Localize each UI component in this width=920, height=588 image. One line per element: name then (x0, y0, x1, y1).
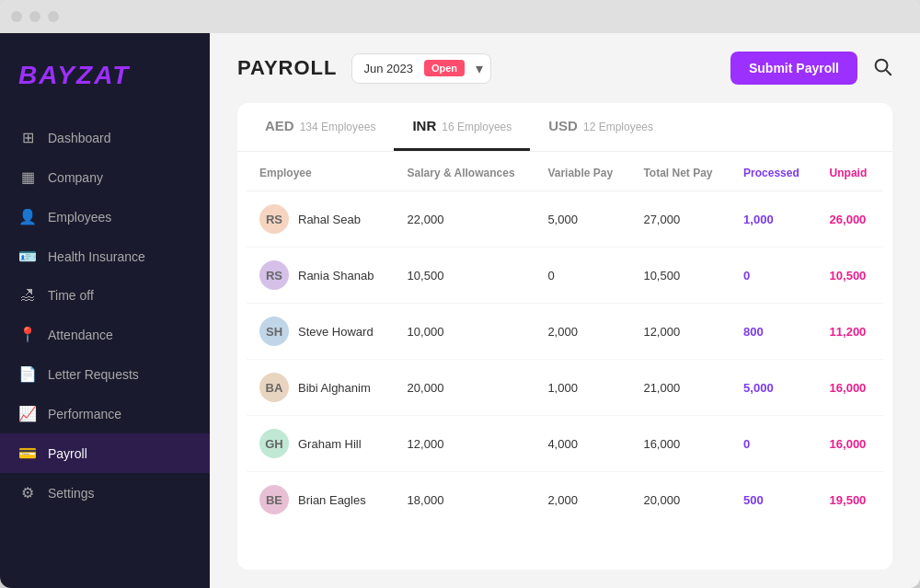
unpaid-cell: 11,200 (817, 304, 883, 360)
status-badge: Open (424, 60, 465, 76)
salary-cell: 22,000 (395, 191, 535, 248)
processed-cell: 0 (730, 248, 816, 304)
topbar-left: PAYROLL Jun 2023 Open ▾ (237, 53, 491, 84)
page-title: PAYROLL (237, 56, 337, 80)
sidebar-item-label: Attendance (48, 328, 113, 342)
variable-cell: 0 (535, 248, 630, 304)
sidebar-item-health-insurance[interactable]: 🪪 Health Insurance (0, 236, 210, 276)
variable-cell: 5,000 (535, 191, 630, 248)
chevron-down-icon[interactable]: ▾ (468, 54, 490, 83)
col-variable: Variable Pay (535, 152, 630, 191)
table-row[interactable]: RS Rania Shanab 10,500 0 10,500 0 10,500 (247, 248, 883, 304)
sidebar-item-letter-requests[interactable]: 📄 Letter Requests (0, 354, 210, 394)
tab-usd-count: 12 Employees (583, 121, 653, 133)
avatar: RS (259, 260, 289, 290)
payroll-icon: 💳 (18, 444, 37, 462)
tab-inr-count: 16 Employees (442, 121, 512, 133)
sidebar-item-label: Company (48, 170, 103, 185)
processed-cell: 5,000 (730, 360, 816, 416)
unpaid-cell: 16,000 (817, 416, 883, 472)
table-row[interactable]: GH Graham Hill 12,000 4,000 16,000 0 16,… (247, 416, 883, 472)
employee-cell: BA Bibi Alghanim (247, 360, 395, 416)
avatar: GH (259, 429, 289, 458)
avatar: BA (259, 373, 289, 402)
period-label: Jun 2023 (352, 56, 424, 81)
tab-inr[interactable]: INR 16 Employees (394, 103, 530, 151)
employee-cell: BE Brian Eagles (247, 472, 395, 528)
tab-aed-count: 134 Employees (300, 121, 376, 133)
app-window: BAYZAT ⊞ Dashboard ▦ Company 👤 Employees… (0, 0, 920, 588)
salary-cell: 20,000 (395, 360, 535, 416)
period-selector[interactable]: Jun 2023 Open ▾ (351, 53, 491, 84)
svg-line-1 (886, 70, 891, 75)
submit-payroll-button[interactable]: Submit Payroll (730, 52, 857, 85)
employee-cell: GH Graham Hill (247, 416, 395, 472)
sidebar-item-payroll[interactable]: 💳 Payroll (0, 433, 210, 473)
settings-icon: ⚙ (18, 484, 37, 502)
employee-cell: RS Rahal Seab (247, 191, 395, 248)
sidebar-item-dashboard[interactable]: ⊞ Dashboard (0, 118, 210, 157)
total-cell: 12,000 (630, 304, 730, 360)
app-body: BAYZAT ⊞ Dashboard ▦ Company 👤 Employees… (0, 33, 920, 588)
sidebar-item-label: Letter Requests (48, 367, 139, 382)
unpaid-cell: 26,000 (817, 191, 883, 248)
variable-cell: 2,000 (535, 472, 630, 528)
payroll-table: Employee Salary & Allowances Variable Pa… (247, 152, 883, 527)
traffic-light-maximize[interactable] (48, 11, 59, 22)
unpaid-cell: 19,500 (817, 472, 883, 528)
sidebar-item-label: Performance (48, 407, 121, 421)
tab-usd[interactable]: USD 12 Employees (530, 103, 672, 151)
logo-text: BAYZAT (18, 61, 130, 89)
sidebar-item-company[interactable]: ▦ Company (0, 157, 210, 197)
topbar-right: Submit Payroll (730, 52, 892, 85)
sidebar-item-performance[interactable]: 📈 Performance (0, 394, 210, 433)
table-row[interactable]: BA Bibi Alghanim 20,000 1,000 21,000 5,0… (247, 360, 883, 416)
title-bar (0, 0, 920, 33)
attendance-icon: 📍 (18, 326, 37, 343)
sidebar-item-employees[interactable]: 👤 Employees (0, 197, 210, 236)
processed-cell: 0 (730, 416, 816, 472)
sidebar-item-label: Time off (48, 288, 94, 303)
table-container: Employee Salary & Allowances Variable Pa… (237, 152, 892, 570)
variable-cell: 2,000 (535, 304, 630, 360)
processed-cell: 500 (730, 472, 816, 528)
col-total: Total Net Pay (630, 152, 730, 191)
table-row[interactable]: RS Rahal Seab 22,000 5,000 27,000 1,000 … (247, 191, 883, 248)
sidebar-item-settings[interactable]: ⚙ Settings (0, 473, 210, 513)
currency-tabs: AED 134 Employees INR 16 Employees USD 1… (237, 103, 892, 152)
avatar: BE (259, 485, 289, 514)
table-row[interactable]: BE Brian Eagles 18,000 2,000 20,000 500 … (247, 472, 883, 528)
employee-name: Rania Shanab (298, 269, 374, 282)
content-area: AED 134 Employees INR 16 Employees USD 1… (210, 103, 920, 588)
performance-icon: 📈 (18, 405, 37, 422)
sidebar-item-label: Settings (48, 486, 95, 501)
tab-inr-code: INR (412, 118, 436, 133)
sidebar-item-time-off[interactable]: 🏖 Time off (0, 276, 210, 315)
health-insurance-icon: 🪪 (18, 248, 37, 265)
traffic-light-minimize[interactable] (29, 11, 40, 22)
salary-cell: 10,500 (395, 248, 535, 304)
employee-name: Rahal Seab (298, 213, 361, 226)
topbar: PAYROLL Jun 2023 Open ▾ Submit Payroll (210, 33, 920, 103)
employee-name: Graham Hill (298, 437, 362, 451)
variable-cell: 4,000 (535, 416, 630, 472)
salary-cell: 12,000 (395, 416, 535, 472)
tab-usd-code: USD (548, 118, 578, 133)
table-row[interactable]: SH Steve Howard 10,000 2,000 12,000 800 … (247, 304, 883, 360)
employee-name: Bibi Alghanim (298, 381, 371, 395)
traffic-light-close[interactable] (11, 11, 22, 22)
total-cell: 27,000 (630, 191, 730, 248)
total-cell: 10,500 (630, 248, 730, 304)
employee-cell: RS Rania Shanab (247, 248, 395, 304)
variable-cell: 1,000 (535, 360, 630, 416)
sidebar: BAYZAT ⊞ Dashboard ▦ Company 👤 Employees… (0, 33, 210, 588)
col-processed: Processed (730, 152, 816, 191)
unpaid-cell: 16,000 (817, 360, 883, 416)
total-cell: 21,000 (630, 360, 730, 416)
sidebar-item-attendance[interactable]: 📍 Attendance (0, 315, 210, 354)
col-unpaid: Unpaid (817, 152, 883, 191)
main-content: PAYROLL Jun 2023 Open ▾ Submit Payroll (210, 33, 920, 588)
tab-aed[interactable]: AED 134 Employees (247, 103, 394, 151)
search-button[interactable] (872, 56, 892, 81)
unpaid-cell: 10,500 (817, 248, 883, 304)
